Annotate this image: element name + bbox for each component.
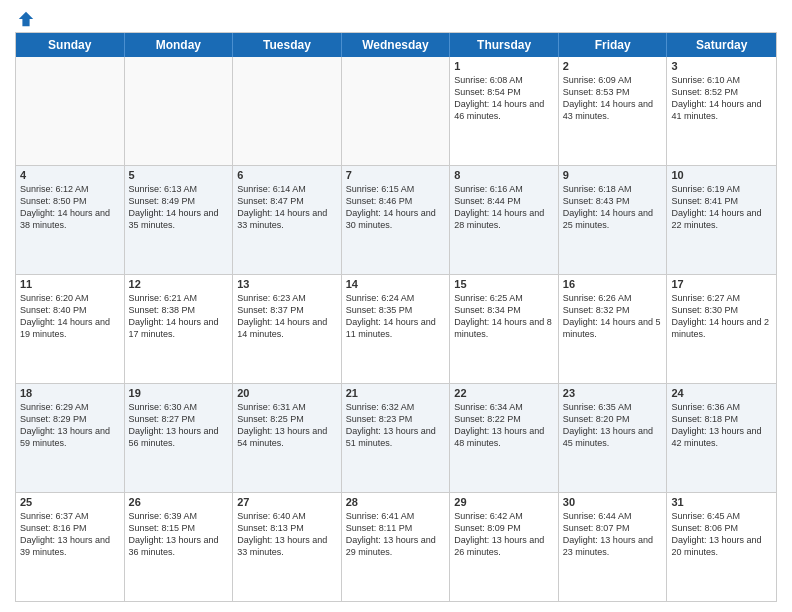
calendar-cell [233,57,342,165]
day-number: 16 [563,278,663,290]
cell-info: Sunrise: 6:36 AM Sunset: 8:18 PM Dayligh… [671,401,772,450]
calendar-cell: 22Sunrise: 6:34 AM Sunset: 8:22 PM Dayli… [450,384,559,492]
header [15,10,777,24]
cell-info: Sunrise: 6:20 AM Sunset: 8:40 PM Dayligh… [20,292,120,341]
day-number: 19 [129,387,229,399]
day-number: 26 [129,496,229,508]
calendar-cell: 8Sunrise: 6:16 AM Sunset: 8:44 PM Daylig… [450,166,559,274]
calendar-cell: 17Sunrise: 6:27 AM Sunset: 8:30 PM Dayli… [667,275,776,383]
day-number: 27 [237,496,337,508]
day-header-friday: Friday [559,33,668,57]
calendar-cell: 19Sunrise: 6:30 AM Sunset: 8:27 PM Dayli… [125,384,234,492]
logo [15,10,35,24]
calendar-cell: 27Sunrise: 6:40 AM Sunset: 8:13 PM Dayli… [233,493,342,601]
day-number: 5 [129,169,229,181]
calendar-body: 1Sunrise: 6:08 AM Sunset: 8:54 PM Daylig… [16,57,776,601]
calendar-cell: 13Sunrise: 6:23 AM Sunset: 8:37 PM Dayli… [233,275,342,383]
cell-info: Sunrise: 6:41 AM Sunset: 8:11 PM Dayligh… [346,510,446,559]
calendar-cell: 31Sunrise: 6:45 AM Sunset: 8:06 PM Dayli… [667,493,776,601]
cell-info: Sunrise: 6:39 AM Sunset: 8:15 PM Dayligh… [129,510,229,559]
cell-info: Sunrise: 6:21 AM Sunset: 8:38 PM Dayligh… [129,292,229,341]
cell-info: Sunrise: 6:23 AM Sunset: 8:37 PM Dayligh… [237,292,337,341]
calendar-cell [125,57,234,165]
calendar-cell: 16Sunrise: 6:26 AM Sunset: 8:32 PM Dayli… [559,275,668,383]
day-number: 11 [20,278,120,290]
cell-info: Sunrise: 6:26 AM Sunset: 8:32 PM Dayligh… [563,292,663,341]
calendar-cell: 25Sunrise: 6:37 AM Sunset: 8:16 PM Dayli… [16,493,125,601]
calendar-cell: 10Sunrise: 6:19 AM Sunset: 8:41 PM Dayli… [667,166,776,274]
calendar-cell: 21Sunrise: 6:32 AM Sunset: 8:23 PM Dayli… [342,384,451,492]
cell-info: Sunrise: 6:45 AM Sunset: 8:06 PM Dayligh… [671,510,772,559]
day-number: 23 [563,387,663,399]
day-number: 17 [671,278,772,290]
day-header-saturday: Saturday [667,33,776,57]
day-number: 25 [20,496,120,508]
calendar-cell [16,57,125,165]
page: SundayMondayTuesdayWednesdayThursdayFrid… [0,0,792,612]
cell-info: Sunrise: 6:35 AM Sunset: 8:20 PM Dayligh… [563,401,663,450]
calendar-cell: 11Sunrise: 6:20 AM Sunset: 8:40 PM Dayli… [16,275,125,383]
day-header-wednesday: Wednesday [342,33,451,57]
day-header-thursday: Thursday [450,33,559,57]
day-number: 14 [346,278,446,290]
cell-info: Sunrise: 6:32 AM Sunset: 8:23 PM Dayligh… [346,401,446,450]
calendar-cell: 29Sunrise: 6:42 AM Sunset: 8:09 PM Dayli… [450,493,559,601]
day-number: 8 [454,169,554,181]
cell-info: Sunrise: 6:24 AM Sunset: 8:35 PM Dayligh… [346,292,446,341]
day-number: 2 [563,60,663,72]
day-header-sunday: Sunday [16,33,125,57]
calendar-row: 4Sunrise: 6:12 AM Sunset: 8:50 PM Daylig… [16,166,776,275]
cell-info: Sunrise: 6:37 AM Sunset: 8:16 PM Dayligh… [20,510,120,559]
calendar-row: 11Sunrise: 6:20 AM Sunset: 8:40 PM Dayli… [16,275,776,384]
cell-info: Sunrise: 6:31 AM Sunset: 8:25 PM Dayligh… [237,401,337,450]
day-number: 21 [346,387,446,399]
calendar-cell: 4Sunrise: 6:12 AM Sunset: 8:50 PM Daylig… [16,166,125,274]
cell-info: Sunrise: 6:25 AM Sunset: 8:34 PM Dayligh… [454,292,554,341]
cell-info: Sunrise: 6:30 AM Sunset: 8:27 PM Dayligh… [129,401,229,450]
day-number: 6 [237,169,337,181]
day-number: 12 [129,278,229,290]
cell-info: Sunrise: 6:12 AM Sunset: 8:50 PM Dayligh… [20,183,120,232]
cell-info: Sunrise: 6:13 AM Sunset: 8:49 PM Dayligh… [129,183,229,232]
calendar-row: 1Sunrise: 6:08 AM Sunset: 8:54 PM Daylig… [16,57,776,166]
day-number: 18 [20,387,120,399]
cell-info: Sunrise: 6:27 AM Sunset: 8:30 PM Dayligh… [671,292,772,341]
logo-icon [17,10,35,28]
day-number: 29 [454,496,554,508]
cell-info: Sunrise: 6:10 AM Sunset: 8:52 PM Dayligh… [671,74,772,123]
cell-info: Sunrise: 6:18 AM Sunset: 8:43 PM Dayligh… [563,183,663,232]
day-header-monday: Monday [125,33,234,57]
cell-info: Sunrise: 6:29 AM Sunset: 8:29 PM Dayligh… [20,401,120,450]
day-number: 10 [671,169,772,181]
cell-info: Sunrise: 6:14 AM Sunset: 8:47 PM Dayligh… [237,183,337,232]
calendar-container: SundayMondayTuesdayWednesdayThursdayFrid… [15,32,777,602]
cell-info: Sunrise: 6:34 AM Sunset: 8:22 PM Dayligh… [454,401,554,450]
calendar-cell: 24Sunrise: 6:36 AM Sunset: 8:18 PM Dayli… [667,384,776,492]
calendar-cell: 9Sunrise: 6:18 AM Sunset: 8:43 PM Daylig… [559,166,668,274]
calendar-row: 25Sunrise: 6:37 AM Sunset: 8:16 PM Dayli… [16,493,776,601]
calendar-cell: 6Sunrise: 6:14 AM Sunset: 8:47 PM Daylig… [233,166,342,274]
logo-text [15,10,35,28]
day-number: 20 [237,387,337,399]
calendar-cell: 14Sunrise: 6:24 AM Sunset: 8:35 PM Dayli… [342,275,451,383]
day-number: 1 [454,60,554,72]
calendar-cell: 28Sunrise: 6:41 AM Sunset: 8:11 PM Dayli… [342,493,451,601]
cell-info: Sunrise: 6:44 AM Sunset: 8:07 PM Dayligh… [563,510,663,559]
calendar-cell: 30Sunrise: 6:44 AM Sunset: 8:07 PM Dayli… [559,493,668,601]
calendar-header: SundayMondayTuesdayWednesdayThursdayFrid… [16,33,776,57]
day-number: 7 [346,169,446,181]
day-header-tuesday: Tuesday [233,33,342,57]
cell-info: Sunrise: 6:08 AM Sunset: 8:54 PM Dayligh… [454,74,554,123]
day-number: 4 [20,169,120,181]
day-number: 30 [563,496,663,508]
day-number: 3 [671,60,772,72]
calendar-cell: 7Sunrise: 6:15 AM Sunset: 8:46 PM Daylig… [342,166,451,274]
calendar-cell: 23Sunrise: 6:35 AM Sunset: 8:20 PM Dayli… [559,384,668,492]
calendar-row: 18Sunrise: 6:29 AM Sunset: 8:29 PM Dayli… [16,384,776,493]
cell-info: Sunrise: 6:42 AM Sunset: 8:09 PM Dayligh… [454,510,554,559]
calendar-cell: 1Sunrise: 6:08 AM Sunset: 8:54 PM Daylig… [450,57,559,165]
calendar-cell: 3Sunrise: 6:10 AM Sunset: 8:52 PM Daylig… [667,57,776,165]
day-number: 31 [671,496,772,508]
calendar-cell: 2Sunrise: 6:09 AM Sunset: 8:53 PM Daylig… [559,57,668,165]
day-number: 15 [454,278,554,290]
